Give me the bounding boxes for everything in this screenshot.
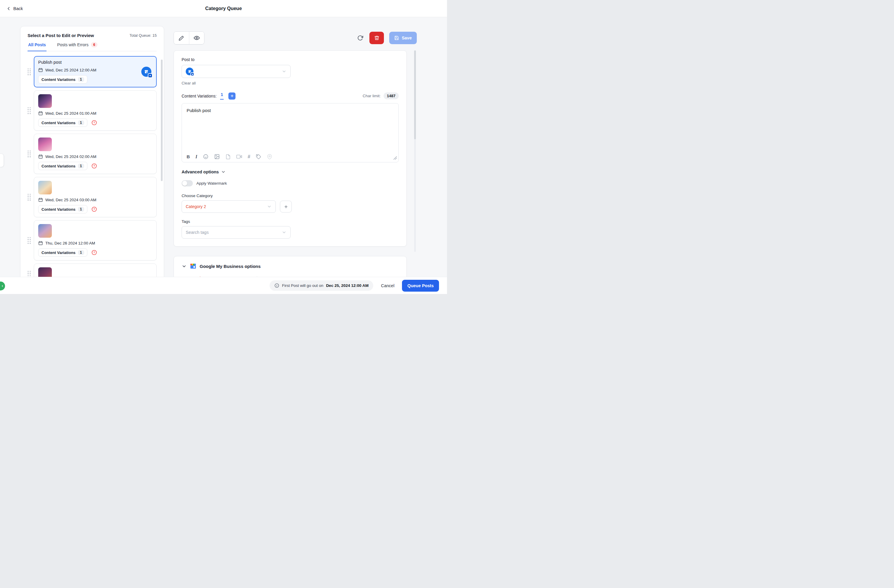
video-icon[interactable]	[236, 154, 242, 159]
content-variations-chip: Content Variations 1	[38, 162, 88, 170]
add-category-button[interactable]	[280, 201, 292, 213]
calendar-icon	[38, 197, 43, 202]
location-icon[interactable]	[267, 154, 272, 159]
post-title: Publish post	[38, 60, 152, 65]
tab-all-posts[interactable]: All Posts	[27, 42, 47, 51]
errors-count-badge: 6	[91, 42, 98, 47]
content-variations-chip: Content Variations 1	[38, 75, 88, 83]
post-to-select[interactable]	[181, 65, 291, 78]
preview-mode-button[interactable]	[189, 32, 204, 44]
edit-preview-toggle-group	[174, 32, 204, 44]
add-variation-button[interactable]	[228, 92, 236, 100]
bold-icon[interactable]: B	[187, 154, 190, 159]
image-icon[interactable]	[214, 154, 220, 159]
gmb-options-collapse-toggle[interactable]: Google My Business options	[181, 263, 399, 269]
drag-handle[interactable]	[27, 107, 31, 114]
post-thumbnail	[38, 181, 52, 194]
drag-handle[interactable]	[27, 194, 31, 201]
drag-handle[interactable]	[27, 68, 31, 75]
emoji-icon[interactable]	[203, 154, 208, 159]
post-row: Wed, Dec 25 2024 03:00 AM Content Variat…	[27, 177, 157, 217]
resize-handle[interactable]	[393, 156, 397, 161]
edit-mode-button[interactable]	[174, 32, 189, 44]
delete-post-button[interactable]	[369, 32, 384, 44]
post-card[interactable]: Wed, Dec 25 2024 03:00 AM Content Variat…	[34, 177, 157, 217]
chip-label: Content Variations	[41, 121, 76, 125]
eye-icon	[194, 35, 200, 41]
error-icon	[91, 163, 97, 169]
tags-label: Tags	[181, 219, 399, 224]
chevron-down-icon	[221, 169, 226, 174]
post-date: Thu, Dec 26 2024 12:00 AM	[45, 241, 95, 245]
content-variations-label: Content Variations:	[181, 94, 216, 98]
gmb-mini-badge	[190, 72, 194, 76]
italic-icon[interactable]: I	[195, 154, 197, 159]
queue-posts-button[interactable]: Queue Posts	[402, 280, 439, 292]
post-row: Wed, Dec 25 2024 01:00 AM Content Variat…	[27, 91, 157, 131]
calendar-icon	[38, 154, 43, 159]
clear-all-link[interactable]: Clear all	[181, 81, 196, 85]
tags-select[interactable]: Search tags	[181, 226, 291, 239]
drag-handle[interactable]	[27, 237, 31, 244]
file-icon[interactable]	[225, 154, 231, 159]
post-chip-row: Content Variations 1	[38, 205, 152, 213]
refresh-button[interactable]	[355, 32, 366, 44]
cancel-button[interactable]: Cancel	[381, 283, 394, 288]
top-bar: Back Category Queue	[0, 0, 447, 17]
queue-panel: Select a Post to Edit or Preview Total Q…	[20, 26, 164, 290]
chip-count: 1	[78, 207, 84, 212]
notice-prefix: First Post will go out on	[282, 283, 323, 288]
post-card[interactable]: Wed, Dec 25 2024 02:00 AM Content Variat…	[34, 134, 157, 174]
save-button[interactable]: Save	[389, 32, 417, 44]
variation-tab-1[interactable]: 1	[220, 92, 224, 100]
char-limit-value: 1487	[384, 92, 399, 99]
advanced-options-label: Advanced options	[181, 169, 219, 174]
char-limit-label: Char limit:	[362, 94, 381, 98]
total-queue-count: Total Queue: 15	[130, 33, 157, 38]
editor-scrollbar-thumb[interactable]	[414, 50, 416, 139]
post-date-row: Wed, Dec 25 2024 03:00 AM	[38, 197, 152, 202]
drag-handle[interactable]	[27, 151, 31, 157]
content-variations-chip: Content Variations 1	[38, 248, 88, 257]
calendar-icon	[38, 68, 43, 72]
post-chip-row: Content Variations 1	[38, 162, 152, 170]
post-editor-card: Post to Clear all Content Variations: 1 …	[174, 50, 407, 246]
save-icon	[394, 36, 399, 40]
post-thumbnail	[38, 94, 52, 108]
calendar-icon	[38, 111, 43, 116]
hashtag-icon[interactable]: #	[248, 154, 250, 159]
post-date-row: Wed, Dec 25 2024 01:00 AM	[38, 111, 152, 116]
post-thumbnail	[38, 224, 52, 238]
chip-count: 1	[78, 163, 84, 168]
post-card[interactable]: Wed, Dec 25 2024 01:00 AM Content Variat…	[34, 91, 157, 131]
post-row: Thu, Dec 26 2024 12:00 AM Content Variat…	[27, 220, 157, 260]
google-my-business-icon	[141, 67, 151, 77]
apply-watermark-toggle[interactable]	[181, 180, 193, 186]
post-content-textarea[interactable]: Publish post B I #	[181, 103, 399, 162]
bottom-action-bar: First Post will go out on Dec 25, 2024 1…	[0, 277, 447, 294]
back-button[interactable]: Back	[6, 0, 23, 17]
back-label: Back	[13, 6, 23, 11]
notice-date: Dec 25, 2024 12:00 AM	[326, 283, 369, 288]
editor-scrollbar[interactable]	[414, 50, 416, 252]
post-card[interactable]: Publish post Wed, Dec 25 2024 12:00 AM C…	[34, 56, 157, 88]
error-icon	[91, 120, 97, 125]
post-card[interactable]: Thu, Dec 26 2024 12:00 AM Content Variat…	[34, 220, 157, 260]
post-thumbnail	[38, 138, 52, 151]
post-row: Wed, Dec 25 2024 02:00 AM Content Variat…	[27, 134, 157, 174]
content-variations-chip: Content Variations 1	[38, 119, 88, 127]
content-variations-chip: Content Variations 1	[38, 205, 88, 213]
tag-icon[interactable]	[256, 154, 261, 159]
app-root: Back Category Queue Select a Post to Edi…	[0, 0, 447, 294]
queue-scrollbar[interactable]	[161, 60, 163, 181]
category-select[interactable]: Category 2	[181, 200, 276, 213]
post-date-row: Wed, Dec 25 2024 12:00 AM	[38, 68, 152, 72]
chevron-down-icon	[181, 264, 187, 269]
chip-count: 1	[78, 120, 84, 125]
tab-posts-with-errors[interactable]: Posts with Errors 6	[57, 42, 98, 51]
advanced-options-toggle[interactable]: Advanced options	[181, 169, 399, 174]
chevron-down-icon	[282, 69, 287, 74]
apply-watermark-row: Apply Watermark	[181, 180, 399, 186]
panel-collapse-handle[interactable]	[0, 154, 4, 167]
post-chip-row: Content Variations 1	[38, 119, 152, 127]
